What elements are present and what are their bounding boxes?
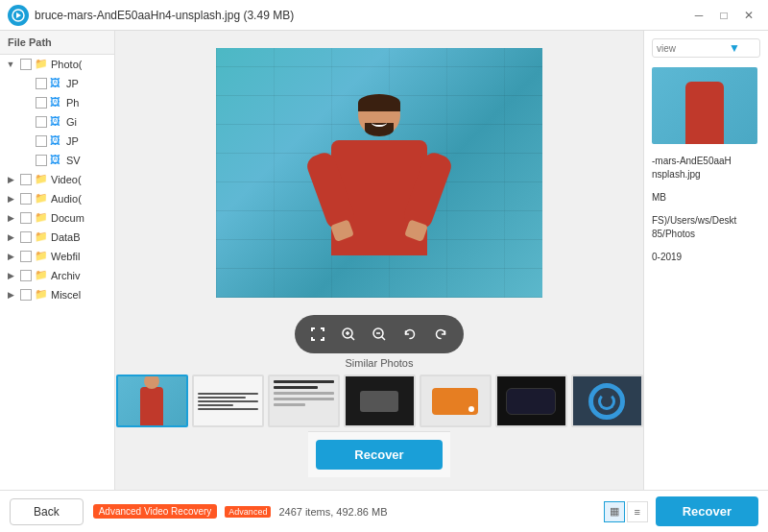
tree-item-archive[interactable]: ▶ 📁 Archiv [0,266,114,285]
tree-checkbox-photos[interactable] [20,59,32,70]
preview-area: Similar Photos ‹ [115,31,768,490]
tree-item-jp2[interactable]: 🖼 JP [0,132,114,151]
tree-item-docs[interactable]: ▶ 📁 Docum [0,208,114,228]
tree-item-photos[interactable]: ▼ 📁 Photo( [0,55,114,74]
tree-item-sv1[interactable]: 🖼 SV [0,151,114,170]
tree-expand-gi1 [19,115,33,129]
tree-expand-webfiles[interactable]: ▶ [4,250,17,263]
tree-checkbox-sv1[interactable] [36,155,47,166]
main-photo [216,48,542,298]
thumbnail-6[interactable] [495,375,567,427]
tree-expand-misc[interactable]: ▶ [4,288,17,302]
folder-icon-docs: 📁 [35,211,48,225]
thumb2-line3 [198,400,258,402]
thumbnail-1[interactable] [116,375,188,427]
photo-icon-jp2: 🖼 [50,134,63,148]
tree-label-docs: Docum [51,212,84,224]
tree-checkbox-webfiles[interactable] [20,251,32,262]
tree-item-misc[interactable]: ▶ 📁 Miscel [0,285,114,304]
photo-icon-sv1: 🖼 [50,154,63,167]
tree-expand-docs[interactable]: ▶ [4,211,17,225]
tree-expand-jp1 [19,77,33,90]
tree-label-videos: Video( [51,174,82,185]
bottom-info-text: 2467 items, 492.86 MB [278,506,387,518]
tree-item-videos[interactable]: ▶ 📁 Video( [0,170,114,189]
tree-checkbox-misc[interactable] [20,289,32,301]
tree-checkbox-ph1[interactable] [36,97,47,109]
tree-label-audio: Audio( [51,193,82,205]
maximize-button[interactable]: □ [712,4,735,27]
main-recover-button[interactable]: Recover [656,496,758,526]
fit-window-button[interactable] [304,321,331,348]
thumb5-drive [432,388,478,415]
person-arm-right [401,150,455,231]
main-content: Similar Photos ‹ [115,31,768,490]
right-panel-date: 0-2019 [652,250,760,263]
advanced-video-badge: Advanced Video Recovery [93,504,218,519]
thumb4-device [360,391,398,412]
back-button[interactable]: Back [10,498,84,525]
folder-icon-webfiles: 📁 [35,250,48,263]
tree-expand-archive[interactable]: ▶ [4,269,17,282]
tree-expand-videos[interactable]: ▶ [4,173,17,186]
tree-expand-photos[interactable]: ▼ [4,58,17,71]
tree-checkbox-jp1[interactable] [36,78,47,89]
tree-expand-ph1 [19,96,33,109]
zoom-out-button[interactable] [366,321,393,348]
main-image-container [123,38,636,307]
thumbnail-7[interactable] [571,375,643,427]
tree-item-ph1[interactable]: 🖼 Ph [0,93,114,112]
recover-btn-row: Recover [308,431,449,477]
right-search-input[interactable] [657,43,729,54]
grid-view-button[interactable]: ▦ [604,501,625,522]
recover-preview-button[interactable]: Recover [316,440,442,470]
thumb3-line5 [274,403,306,406]
close-button[interactable]: ✕ [737,4,760,27]
right-search-bar: ▼ [652,38,760,58]
thumb3-line2 [274,386,319,389]
list-view-button[interactable]: ≡ [627,501,648,522]
tree-checkbox-database[interactable] [20,231,32,243]
thumb7-arrow [598,393,615,410]
tree-item-gi1[interactable]: 🖼 Gi [0,112,114,132]
minimize-button[interactable]: ─ [687,4,710,27]
filter-icon[interactable]: ▼ [729,41,740,55]
tree-item-database[interactable]: ▶ 📁 DataB [0,228,114,247]
right-panel-thumbnail [652,67,757,144]
tree-checkbox-archive[interactable] [20,270,32,281]
photo-icon-jp1: 🖼 [50,77,63,90]
tree-checkbox-audio[interactable] [20,193,32,205]
tree-label-archive: Archiv [51,270,81,281]
tree-checkbox-videos[interactable] [20,174,32,185]
thumb2-line1 [198,393,258,395]
thumbnail-7-preview [573,376,641,425]
svg-line-6 [382,337,386,341]
thumbnail-2[interactable] [192,375,264,427]
tree-checkbox-gi1[interactable] [36,116,47,128]
tree-label-jp2: JP [66,135,79,147]
tree-expand-audio[interactable]: ▶ [4,192,17,206]
bottom-bar: Back Advanced Video Recovery Advanced 24… [0,490,768,532]
thumbnail-3[interactable] [268,375,340,427]
tree-item-jp1[interactable]: 🖼 JP [0,74,114,93]
thumbnail-4[interactable] [344,375,416,427]
zoom-in-button[interactable] [335,321,362,348]
tree-expand-jp2 [19,134,33,148]
view-toggle: ▦ ≡ [604,501,648,522]
thumbnails-container [116,375,643,427]
tree-checkbox-jp2[interactable] [36,135,47,147]
sidebar: File Path ▼ 📁 Photo( 🖼 JP 🖼 Ph 🖼 Gi [0,31,115,490]
app-body: File Path ▼ 📁 Photo( 🖼 JP 🖼 Ph 🖼 Gi [0,31,768,490]
similar-photos-row: ‹ [115,375,643,427]
tree-expand-database[interactable]: ▶ [4,230,17,244]
tree-checkbox-docs[interactable] [20,212,32,224]
thumbnail-5[interactable] [420,375,492,427]
similar-photos-label: Similar Photos [115,357,643,369]
person-body [331,140,427,255]
folder-icon-audio: 📁 [35,192,48,206]
rotate-left-button[interactable] [396,321,423,348]
right-panel-size: MB [652,190,760,204]
tree-item-webfiles[interactable]: ▶ 📁 Webfil [0,247,114,266]
tree-item-audio[interactable]: ▶ 📁 Audio( [0,189,114,208]
rotate-right-button[interactable] [427,321,454,348]
